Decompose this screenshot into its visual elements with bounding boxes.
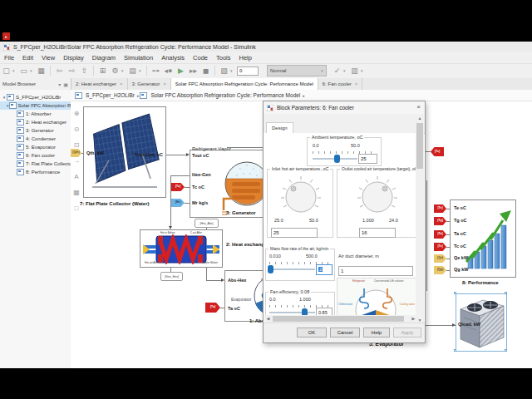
- tab-generator[interactable]: 3: Generator×: [128, 78, 171, 90]
- scroll-thumb[interactable]: [416, 123, 423, 169]
- step-forward-icon[interactable]: ▸▸: [188, 66, 199, 76]
- block-performance[interactable]: Te oC Tg oC Ta oC Tc oC Qe kW Qg kW: [450, 200, 516, 278]
- library-browser-icon[interactable]: ⊞: [97, 66, 108, 76]
- menu-view[interactable]: View: [37, 52, 59, 63]
- tree-item-root[interactable]: ▾ S_FPCper_H2OLiBr: [0, 93, 71, 101]
- breadcrumb-current[interactable]: Solar FPC Absorption Refrigeration Cycle…: [150, 92, 300, 98]
- menu-tools[interactable]: Tools: [212, 52, 235, 63]
- outlet-knob[interactable]: [356, 175, 399, 216]
- tree-item-performance[interactable]: 8: Performance: [0, 168, 71, 176]
- tab-close-icon[interactable]: ×: [355, 81, 358, 86]
- manage-team-icon[interactable]: ▥: [349, 66, 360, 76]
- tab-close-icon[interactable]: ×: [163, 81, 166, 86]
- tab-design[interactable]: Design: [266, 122, 293, 134]
- scroll-right-icon[interactable]: ▶: [410, 315, 417, 323]
- ambient-slider-thumb[interactable]: [334, 155, 340, 163]
- tree-item-condenser[interactable]: 4: Condenser: [0, 135, 71, 143]
- menu-display[interactable]: Display: [59, 52, 88, 63]
- scroll-up-icon[interactable]: ▲: [416, 115, 424, 122]
- menu-code[interactable]: Code: [189, 52, 212, 63]
- tree-item-absorber[interactable]: 1: Absorber: [0, 110, 71, 118]
- save-icon[interactable]: ▦: [36, 66, 47, 76]
- selection-handle[interactable]: [454, 292, 456, 294]
- dialog-title-bar[interactable]: Block Parameters: 6: Fan cooler ×: [264, 101, 425, 114]
- signal-route-icon[interactable]: →: [71, 155, 81, 165]
- apply-button[interactable]: Apply: [393, 328, 421, 337]
- selection-handle[interactable]: [505, 292, 507, 294]
- fan-eff-slider[interactable]: [269, 312, 315, 313]
- scroll-left-icon[interactable]: ◀: [264, 315, 272, 323]
- image-icon[interactable]: ▦: [71, 187, 81, 197]
- block-generator[interactable]: [190, 150, 273, 218]
- check-dropdown-icon[interactable]: ▾: [343, 68, 348, 73]
- tree-item-generator[interactable]: 3: Generator: [0, 126, 71, 135]
- new-model-dropdown-icon[interactable]: ▾: [12, 68, 17, 73]
- mass-flow-slider-thumb[interactable]: [268, 265, 273, 273]
- update-diagram-icon[interactable]: ⊶: [150, 66, 161, 76]
- sim-mode-select[interactable]: Normal ▾: [267, 65, 327, 76]
- menu-file[interactable]: File: [0, 52, 18, 63]
- annotation-icon[interactable]: A: [71, 171, 81, 181]
- tab-performance-model[interactable]: Solar FPC Absorption Refrigeration Cycle…: [171, 78, 318, 90]
- browser-menu-icon[interactable]: ▾: [58, 81, 61, 87]
- block-heat-exchanger[interactable]: Hot in Before C out After Hot out After …: [140, 229, 223, 268]
- block-flat-plate-collector[interactable]: Qth, kW Tout-Gen, oC: [83, 106, 166, 198]
- menu-edit[interactable]: Edit: [18, 52, 37, 63]
- refresh-check-icon[interactable]: ✓: [332, 66, 342, 76]
- area-icon[interactable]: □: [71, 203, 81, 213]
- outlet-value-input[interactable]: [359, 228, 396, 238]
- browser-collapse-icon[interactable]: ▣: [63, 81, 68, 87]
- team-dropdown-icon[interactable]: ▾: [361, 68, 366, 73]
- hide-browser-icon[interactable]: ⊕: [71, 108, 81, 118]
- cancel-button[interactable]: Cancel: [330, 328, 360, 337]
- model-data-dropdown-icon[interactable]: ▾: [139, 68, 144, 73]
- stop-icon[interactable]: ◼: [200, 66, 211, 76]
- tree-item-fan-cooler[interactable]: 6: Fan cooler: [0, 151, 71, 160]
- inlet-knob[interactable]: [279, 175, 323, 216]
- dialog-horizontal-scrollbar[interactable]: ◀ ▶: [264, 315, 417, 323]
- block-fan-cooler[interactable]: Qload, kW: [456, 293, 507, 352]
- settings-dropdown-icon[interactable]: ▾: [121, 68, 126, 73]
- model-settings-icon[interactable]: ⚙: [110, 66, 121, 76]
- fit-view-icon[interactable]: ⊡: [71, 140, 81, 150]
- dialog-vertical-scrollbar[interactable]: ▲ ▼: [416, 115, 424, 324]
- air-duct-input[interactable]: [338, 266, 413, 276]
- tree-item-collector[interactable]: 7: Flat Plate Collector: [0, 160, 71, 168]
- open-icon[interactable]: ▭: [18, 66, 29, 76]
- tree-item-model[interactable]: ▾ Solar FPC Absorption Refrigeration Cyc…: [0, 101, 71, 110]
- inlet-value-input[interactable]: [271, 228, 318, 238]
- tab-close-icon[interactable]: ×: [120, 81, 123, 86]
- menu-help[interactable]: Help: [235, 52, 256, 63]
- ambient-value-input[interactable]: [358, 154, 377, 164]
- new-model-icon[interactable]: ▢: [1, 66, 12, 76]
- mass-flow-value-input[interactable]: 2: [316, 264, 332, 275]
- menu-diagram[interactable]: Diagram: [88, 52, 120, 63]
- breadcrumb-root[interactable]: S_FPCper_H2OLiBr: [86, 92, 135, 98]
- run-icon[interactable]: ▶: [175, 66, 186, 76]
- goto-tag-hex-abs[interactable]: [Hex_Abs]: [195, 219, 219, 228]
- back-icon[interactable]: ⇦: [54, 66, 65, 76]
- zoom-icon[interactable]: ⊙: [71, 124, 81, 134]
- goto-tag-gen-hex[interactable]: [Gen_Hex]: [160, 272, 183, 281]
- menu-analysis[interactable]: Analysis: [157, 52, 189, 63]
- ok-button[interactable]: OK: [297, 328, 327, 337]
- mass-flow-slider[interactable]: [269, 268, 315, 270]
- selection-handle[interactable]: [505, 349, 507, 352]
- help-button[interactable]: Help: [363, 328, 390, 337]
- open-dropdown-icon[interactable]: ▾: [30, 68, 35, 73]
- tab-heat-exchanger[interactable]: 2: Heat exchanger×: [71, 78, 128, 90]
- menu-simulation[interactable]: Simulation: [120, 52, 157, 63]
- tree-item-evaporator[interactable]: 5: Evaporator: [0, 143, 71, 151]
- sim-display-dropdown-icon[interactable]: ▾: [230, 68, 235, 73]
- selection-handle[interactable]: [454, 349, 456, 352]
- forward-icon[interactable]: ⇨: [66, 66, 77, 76]
- scroll-thumb[interactable]: [273, 316, 404, 322]
- tab-fan-cooler[interactable]: 6: Fan cooler×: [318, 78, 363, 90]
- dialog-close-icon[interactable]: ×: [416, 103, 421, 111]
- sim-stop-time-input[interactable]: [237, 66, 259, 76]
- step-back-icon[interactable]: ◂●: [163, 66, 174, 76]
- tree-item-heat-exchanger[interactable]: 2: Heat exchanger: [0, 118, 71, 126]
- model-data-icon[interactable]: ▤: [127, 66, 138, 76]
- sim-display-icon[interactable]: ▧: [219, 66, 229, 76]
- up-to-parent-icon[interactable]: ⇧: [79, 66, 90, 76]
